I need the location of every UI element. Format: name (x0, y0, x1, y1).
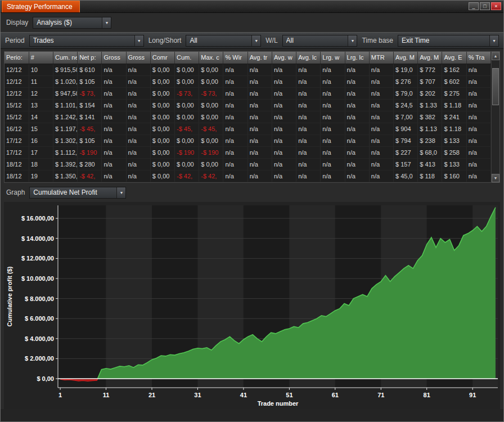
column-header[interactable]: Lrg. w (321, 52, 345, 64)
column-header[interactable]: Comr (150, 52, 174, 64)
table-cell: n/a (126, 146, 150, 158)
display-select[interactable]: Analysis ($) ▼ (33, 17, 111, 29)
table-cell: n/a (102, 87, 126, 99)
column-header[interactable]: Max. c (199, 52, 223, 64)
table-row[interactable]: 12/1212$ 947,50-$ 73,n/an/a$ 0,00-$ 73,-… (4, 87, 491, 99)
table-cell: $ 0,00 (175, 158, 199, 170)
table-cell: 10 (29, 64, 53, 75)
longshort-select-value: All (190, 37, 197, 44)
restore-button[interactable]: □ (480, 2, 490, 10)
table-row[interactable]: 18/1219$ 1.350,-$ 42,n/an/a$ 0,00-$ 42,-… (4, 170, 491, 182)
table-cell: n/a (223, 158, 248, 170)
svg-text:81: 81 (424, 392, 430, 398)
table-row[interactable]: 17/1216$ 1.302,$ 105n/an/a$ 0,00$ 0,00$ … (4, 134, 491, 146)
table-cell: n/a (321, 170, 345, 182)
table-row[interactable]: 16/1215$ 1.197,-$ 45,n/an/a$ 0,00-$ 45,-… (4, 123, 491, 134)
table-cell: n/a (345, 134, 369, 146)
table-cell: n/a (272, 170, 296, 182)
column-header[interactable]: Avg. M (418, 52, 442, 64)
table-header: Perio:#Cum. neNet p:GrossGrossComrCum.Ma… (4, 52, 491, 64)
table-cell: -$ 42, (199, 170, 223, 182)
period-select[interactable]: Trades ▼ (29, 35, 144, 47)
table-cell: n/a (126, 99, 150, 111)
window-controls: _ □ × (469, 1, 503, 12)
table-cell: -$ 45, (199, 123, 223, 134)
table-row[interactable]: 15/1214$ 1.242,$ 141n/an/a$ 0,00$ 0,00$ … (4, 111, 491, 123)
chevron-down-icon: ▼ (102, 17, 111, 28)
svg-text:$ 6.000,00: $ 6.000,00 (25, 315, 54, 322)
table-cell: n/a (248, 146, 272, 158)
table-scrollbar[interactable]: ▲ ▼ (491, 52, 500, 182)
table-cell: n/a (369, 123, 393, 134)
column-header[interactable]: Gross (126, 52, 150, 64)
column-header[interactable]: Gross (102, 52, 126, 64)
table-cell: $ 947,50 (53, 87, 77, 99)
table-cell: $ 0,00 (175, 134, 199, 146)
column-header[interactable]: Perio: (4, 52, 29, 64)
scroll-up-button[interactable]: ▲ (492, 52, 500, 60)
table-cell: n/a (272, 111, 296, 123)
table-row[interactable]: 17/1217$ 1.112,-$ 190n/an/a$ 0,00-$ 190-… (4, 146, 491, 158)
column-header[interactable]: MTR (369, 52, 393, 64)
svg-text:$ 14.000,00: $ 14.000,00 (21, 235, 54, 242)
table-cell: n/a (466, 134, 490, 146)
table-cell: $ 382 (418, 111, 442, 123)
svg-text:$ 8.000,00: $ 8.000,00 (25, 295, 54, 302)
column-header[interactable]: Cum. ne (53, 52, 77, 64)
column-header[interactable]: Lrg. lc (345, 52, 369, 64)
chevron-down-icon: ▼ (251, 35, 260, 46)
table-row[interactable]: 15/1213$ 1.101,$ 154n/an/a$ 0,00$ 0,00$ … (4, 99, 491, 111)
graph-label: Graph (6, 188, 25, 196)
table-cell: n/a (102, 158, 126, 170)
column-header[interactable]: Avg. w (272, 52, 296, 64)
scroll-down-button[interactable]: ▼ (492, 174, 500, 182)
table-cell: 17/12 (4, 146, 29, 158)
table-cell: n/a (369, 99, 393, 111)
table-cell: $ 19,0 (394, 64, 418, 75)
svg-text:$ 2.000,00: $ 2.000,00 (25, 355, 54, 362)
table-row[interactable]: 12/1210$ 915,50$ 610n/an/a$ 0,00$ 0,00$ … (4, 64, 491, 75)
table-cell: $ 45,0 (394, 170, 418, 182)
table-cell: n/a (321, 146, 345, 158)
longshort-select[interactable]: All ▼ (186, 35, 261, 47)
svg-text:71: 71 (377, 392, 384, 398)
scrollbar-thumb[interactable] (492, 68, 499, 105)
svg-text:$ 12.000,00: $ 12.000,00 (21, 255, 54, 262)
column-header[interactable]: # (29, 52, 53, 64)
wl-select[interactable]: All ▼ (282, 35, 358, 47)
table-cell: $ 0,00 (175, 75, 199, 87)
table-cell: n/a (296, 64, 321, 75)
table-cell: 17 (29, 146, 53, 158)
table-cell: n/a (466, 111, 490, 123)
column-header[interactable]: % Wir (223, 52, 248, 64)
column-header[interactable]: Avg. tr (248, 52, 272, 64)
timebase-select[interactable]: Exit Time ▼ (398, 35, 499, 47)
close-button[interactable]: × (491, 2, 501, 10)
table-cell: n/a (248, 99, 272, 111)
column-header[interactable]: Avg. E (442, 52, 466, 64)
column-header[interactable]: Avg. M (394, 52, 418, 64)
minimize-button[interactable]: _ (469, 2, 479, 10)
table-cell: 17/12 (4, 134, 29, 146)
table-row[interactable]: 18/1218$ 1.392,$ 280n/an/a$ 0,00$ 0,00$ … (4, 158, 491, 170)
table-cell: n/a (272, 123, 296, 134)
column-header[interactable]: Avg. lc (296, 52, 321, 64)
table-row[interactable]: 12/1211$ 1.020,$ 105n/an/a$ 0,00$ 0,00$ … (4, 75, 491, 87)
column-header[interactable]: Net p: (78, 52, 102, 64)
table-cell: n/a (345, 64, 369, 75)
table-cell: n/a (248, 134, 272, 146)
chart-y-tick-labels: $ 0,00$ 2.000,00$ 4.000,00$ 6.000,00$ 8.… (21, 215, 58, 382)
wl-select-value: All (286, 37, 294, 44)
column-header[interactable]: Cum. (175, 52, 199, 64)
table-cell: n/a (296, 99, 321, 111)
table-cell: -$ 45, (175, 123, 199, 134)
column-header[interactable]: % Tra (466, 52, 490, 64)
table-cell: n/a (321, 64, 345, 75)
period-select-value: Trades (33, 37, 54, 44)
chevron-down-icon: ▼ (348, 35, 357, 46)
table-cell: -$ 190 (175, 146, 199, 158)
table-cell: n/a (223, 146, 248, 158)
table-cell: $ 238 (418, 134, 442, 146)
graph-select[interactable]: Cumulative Net Profit ▼ (29, 187, 126, 199)
scrollbar-track[interactable] (492, 60, 500, 174)
